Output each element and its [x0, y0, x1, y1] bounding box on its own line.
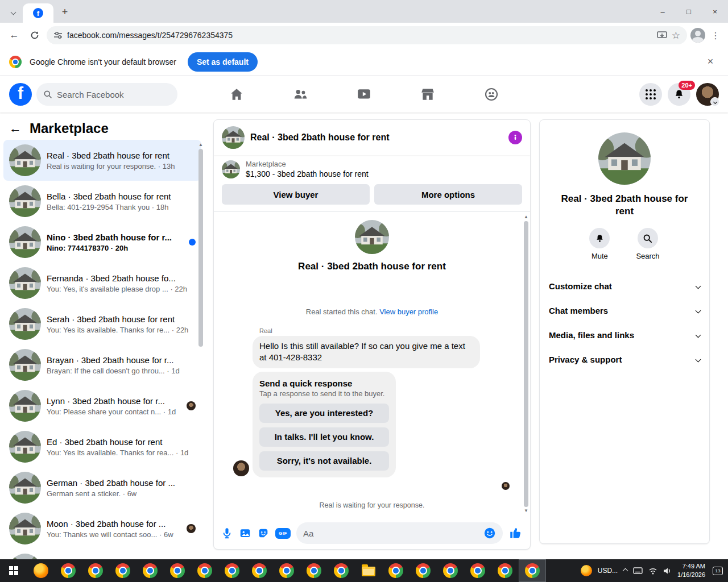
tab-search-chevron-icon[interactable] — [5, 3, 22, 20]
dismiss-notice-icon[interactable]: × — [702, 56, 719, 68]
search-action[interactable]: Search — [636, 228, 659, 260]
buyer-avatar[interactable] — [233, 460, 249, 476]
chrome-taskbar-button[interactable] — [164, 559, 191, 582]
view-buyer-profile-link[interactable]: View buyer profile — [379, 307, 438, 316]
volume-icon[interactable] — [663, 567, 672, 575]
network-icon[interactable] — [648, 567, 657, 575]
scrollbar-thumb[interactable] — [198, 149, 203, 347]
chat-list-item-fernanda[interactable]: Fernanda · 3bed 2bath house fo... You: Y… — [3, 263, 201, 304]
watch-tab[interactable] — [332, 76, 396, 113]
quick-reply-interested-button[interactable]: Yes, are you interested? — [259, 404, 389, 423]
section-media-files-links[interactable]: Media, files and links — [540, 323, 709, 347]
attach-photo-icon[interactable] — [239, 527, 251, 539]
chrome-taskbar-button[interactable] — [109, 559, 136, 582]
chat-list-scrollbar[interactable]: ▲ — [198, 142, 204, 347]
chrome-taskbar-button[interactable] — [55, 559, 82, 582]
marketplace-tab[interactable] — [396, 76, 460, 113]
back-arrow-icon[interactable]: ← — [9, 121, 22, 136]
message-input-wrap[interactable] — [296, 522, 503, 544]
scroll-up-icon[interactable]: ▲ — [524, 214, 528, 220]
start-button[interactable] — [0, 559, 27, 582]
notifications-count-badge: 20+ — [679, 81, 695, 90]
chrome-taskbar-button[interactable] — [491, 559, 519, 582]
chat-list-item-ed[interactable]: Ed · 3bed 2bath house for rent You: Yes … — [3, 426, 201, 467]
friends-tab[interactable] — [268, 76, 332, 113]
emoji-icon[interactable] — [483, 527, 496, 539]
touch-keyboard-icon[interactable] — [633, 567, 643, 575]
chrome-taskbar-button[interactable] — [82, 559, 109, 582]
home-tab[interactable] — [205, 76, 268, 113]
chrome-taskbar-button-active[interactable] — [519, 559, 546, 582]
file-explorer-button[interactable] — [355, 559, 382, 582]
chrome-taskbar-button[interactable] — [464, 559, 491, 582]
apps-menu-button[interactable] — [639, 83, 662, 106]
chrome-taskbar-button[interactable] — [136, 559, 164, 582]
tray-app-label[interactable]: USD... — [598, 567, 618, 575]
maximize-button[interactable]: □ — [676, 0, 702, 23]
chat-list-item-real[interactable]: Real · 3bed 2bath house for rent Real is… — [3, 140, 201, 181]
chrome-taskbar-button[interactable] — [218, 559, 246, 582]
view-buyer-button[interactable]: View buyer — [222, 184, 370, 205]
firefox-taskbar-button[interactable] — [27, 559, 55, 582]
browser-profile-avatar[interactable] — [690, 28, 705, 43]
install-app-icon[interactable] — [657, 31, 667, 40]
browser-tab-facebook[interactable]: f — [23, 3, 53, 23]
action-center-button[interactable]: 13 — [711, 564, 725, 577]
chrome-taskbar-button[interactable] — [410, 559, 437, 582]
message-bubble[interactable]: Hello Is this still available? If so can… — [253, 336, 480, 368]
taskbar-clock[interactable]: 7:49 AM 1/16/2026 — [677, 562, 705, 579]
site-info-icon[interactable] — [53, 31, 63, 40]
chrome-taskbar-button[interactable] — [246, 559, 273, 582]
section-privacy-support[interactable]: Privacy & support — [540, 347, 709, 372]
search-input[interactable] — [57, 90, 159, 99]
chat-list-item-serah[interactable]: Serah · 3bed 2bath house for rent You: Y… — [3, 304, 201, 344]
scroll-up-icon[interactable]: ▲ — [198, 142, 203, 148]
messages-scrollbar[interactable]: ▲ ▼ — [523, 214, 529, 514]
chat-list-item-brayan[interactable]: Brayan · 3bed 2bath house for r... Braya… — [3, 344, 201, 385]
chrome-taskbar-button[interactable] — [300, 559, 328, 582]
address-bar[interactable]: facebook.com/messages/t/2547296762354375… — [47, 26, 687, 44]
chrome-taskbar-button[interactable] — [328, 559, 355, 582]
chat-list-item-german[interactable]: German · 3bed 2bath house for ... German… — [3, 467, 201, 508]
chrome-taskbar-button[interactable] — [191, 559, 218, 582]
chat-list-item-bella[interactable]: Bella · 3bed 2bath house for rent Bella:… — [3, 181, 201, 222]
facebook-search[interactable] — [36, 83, 177, 106]
chat-list-item-nino[interactable]: Nino · 3bed 2bath house for r... Nino: 7… — [3, 222, 201, 263]
section-chat-members[interactable]: Chat members — [540, 298, 709, 323]
conversation-header[interactable]: Real · 3bed 2bath house for rent — [214, 120, 530, 155]
scrollbar-thumb[interactable] — [524, 221, 528, 507]
chrome-taskbar-button[interactable] — [437, 559, 464, 582]
tray-firefox-icon[interactable] — [581, 565, 592, 576]
more-options-button[interactable]: More options — [374, 184, 522, 205]
chat-list-item-moon[interactable]: Moon · 3bed 2bath house for ... You: Tha… — [3, 508, 201, 549]
back-button[interactable]: ← — [6, 27, 23, 44]
chat-list-item-lynn[interactable]: Lynn · 3bed 2bath house for r... You: Pl… — [3, 385, 201, 426]
chat-list-item-partial[interactable] — [3, 549, 201, 559]
gif-icon[interactable]: GIF — [275, 528, 291, 539]
quick-reply-not-available-button[interactable]: Sorry, it's not available. — [259, 451, 389, 471]
chrome-taskbar-button[interactable] — [273, 559, 300, 582]
scroll-down-icon[interactable]: ▼ — [524, 508, 528, 514]
notifications-button[interactable]: 20+ — [668, 83, 690, 106]
new-tab-button[interactable]: + — [57, 4, 73, 20]
quick-reply-in-talks-button[interactable]: In talks. I'll let you know. — [259, 427, 389, 447]
browser-menu-icon[interactable]: ⋮ — [709, 30, 722, 41]
chrome-taskbar-button[interactable] — [382, 559, 410, 582]
profile-menu-avatar[interactable] — [696, 83, 719, 106]
hidden-icons-chevron[interactable] — [623, 569, 627, 573]
section-customize-chat[interactable]: Customize chat — [540, 274, 709, 298]
groups-tab[interactable] — [460, 76, 523, 113]
chrome-icon — [115, 563, 130, 578]
voice-clip-icon[interactable] — [221, 527, 233, 539]
reload-button[interactable] — [26, 27, 43, 44]
set-as-default-button[interactable]: Set as default — [188, 52, 258, 72]
mute-action[interactable]: Mute — [589, 228, 610, 260]
thumbs-up-icon[interactable] — [508, 526, 523, 541]
close-window-button[interactable]: × — [702, 0, 728, 23]
facebook-logo[interactable]: f — [9, 83, 32, 106]
conversation-info-icon[interactable] — [508, 131, 522, 144]
message-input[interactable] — [303, 529, 483, 538]
bookmark-star-icon[interactable]: ☆ — [672, 30, 680, 41]
sticker-icon[interactable] — [257, 527, 270, 539]
minimize-button[interactable]: – — [650, 0, 676, 23]
